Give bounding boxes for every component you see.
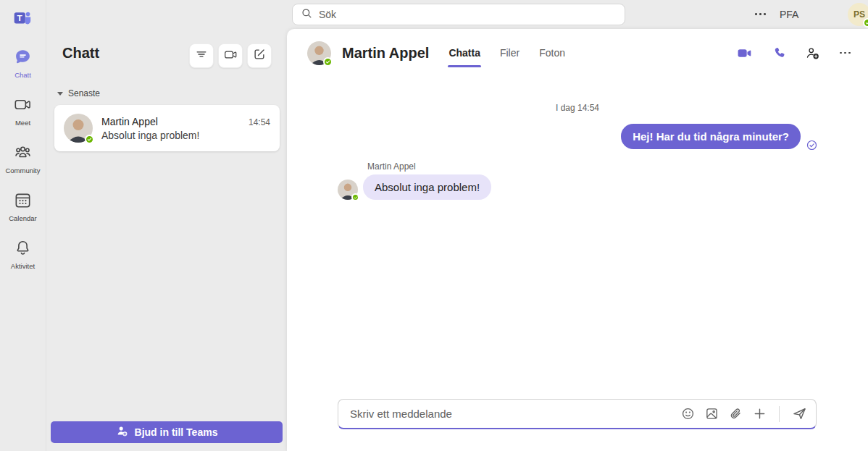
panel-title: Chatt	[62, 45, 99, 62]
message-received-row: Absolut inga problem!	[338, 174, 817, 200]
composer-actions	[681, 406, 807, 422]
rail-item-meet[interactable]: Meet	[14, 96, 32, 127]
filter-button[interactable]	[189, 43, 214, 68]
profile-label[interactable]: PFA	[780, 9, 798, 20]
community-icon	[14, 143, 32, 164]
conversation-preview: Absolut inga problem!	[101, 130, 270, 141]
search-input[interactable]	[319, 9, 616, 20]
delivered-check-icon	[806, 140, 817, 153]
invite-button-label: Bjud in till Teams	[135, 426, 218, 438]
attach-icon[interactable]	[729, 407, 743, 421]
emoji-icon[interactable]	[681, 407, 695, 421]
tab-foton[interactable]: Foton	[539, 47, 565, 59]
sender-name: Martin Appel	[367, 161, 817, 172]
svg-text:T: T	[17, 13, 23, 23]
calendar-icon	[14, 191, 32, 212]
rail-item-label: Chatt	[14, 71, 31, 79]
filter-icon	[195, 48, 208, 64]
presence-check-icon	[323, 57, 333, 67]
more-icon[interactable]	[840, 52, 851, 54]
message-bubble-received: Absolut inga problem!	[363, 174, 491, 200]
date-divider: I dag 14:54	[338, 103, 817, 113]
chat-icon	[14, 48, 32, 69]
plus-icon[interactable]	[753, 407, 767, 421]
teams-app-window: T Chatt Meet	[0, 0, 868, 451]
bell-icon	[14, 239, 32, 260]
call-actions	[737, 46, 851, 61]
rail-item-label: Meet	[15, 119, 30, 127]
message-bubble-sent: Hej! Har du tid några minuter?	[621, 124, 801, 149]
conversation-pane: Martin Appel Chatta Filer Foton	[287, 29, 868, 451]
person-add-icon	[116, 425, 128, 439]
avatar	[338, 180, 358, 200]
conversation-summary: Martin Appel 14:54 Absolut inga problem!	[101, 116, 270, 141]
rail-item-aktivitet[interactable]: Aktivitet	[11, 239, 35, 270]
video-icon	[224, 48, 238, 64]
rail-item-chatt[interactable]: Chatt	[14, 48, 32, 79]
video-icon	[14, 96, 32, 117]
message-input[interactable]	[350, 408, 681, 420]
conversation-title: Martin Appel	[342, 45, 429, 62]
video-call-button[interactable]	[737, 46, 752, 61]
search-icon	[301, 8, 312, 22]
tab-chatta[interactable]: Chatta	[448, 47, 480, 59]
conversation-header: Martin Appel Chatta Filer Foton	[287, 29, 868, 77]
add-people-button[interactable]	[805, 46, 820, 61]
send-icon[interactable]	[792, 406, 807, 421]
rail-item-community[interactable]: Community	[5, 143, 40, 174]
user-avatar[interactable]: PS	[848, 3, 868, 26]
avatar	[64, 114, 93, 143]
panel-actions	[189, 43, 272, 68]
message-list: I dag 14:54 Hej! Har du tid några minute…	[287, 77, 868, 384]
rail-item-calendar[interactable]: Calendar	[9, 191, 37, 222]
rail-item-label: Aktivitet	[11, 262, 35, 270]
message-composer[interactable]	[338, 399, 817, 429]
composer-divider	[779, 406, 780, 422]
meet-now-button[interactable]	[218, 43, 243, 68]
avatar-initials: PS	[854, 9, 865, 20]
caret-down-icon	[57, 92, 63, 96]
avatar[interactable]	[307, 41, 331, 65]
rail-item-label: Calendar	[9, 214, 37, 222]
conversation-list-item[interactable]: Martin Appel 14:54 Absolut inga problem!	[54, 105, 280, 151]
presence-check-icon	[85, 135, 94, 144]
new-chat-button[interactable]	[247, 43, 272, 68]
teams-logo: T	[13, 8, 33, 30]
presence-check-icon	[351, 193, 359, 201]
image-icon[interactable]	[705, 407, 719, 421]
section-label: Senaste	[68, 88, 100, 98]
compose-icon	[253, 48, 266, 64]
search-bar[interactable]	[292, 4, 625, 25]
conversation-name: Martin Appel	[101, 116, 158, 127]
chat-list-panel: Chatt	[46, 0, 287, 451]
app-rail: T Chatt Meet	[0, 0, 46, 451]
audio-call-button[interactable]	[772, 46, 785, 60]
message-sent-row: Hej! Har du tid några minuter?	[338, 124, 817, 149]
invite-to-teams-button[interactable]: Bjud in till Teams	[51, 421, 283, 443]
tab-filer[interactable]: Filer	[500, 47, 519, 59]
conversation-tabs: Chatta Filer Foton	[448, 47, 565, 59]
more-icon[interactable]	[755, 13, 766, 15]
rail-item-label: Community	[5, 167, 40, 174]
section-senaste[interactable]: Senaste	[57, 88, 100, 98]
conversation-time: 14:54	[249, 117, 270, 127]
presence-check-icon	[863, 18, 868, 28]
